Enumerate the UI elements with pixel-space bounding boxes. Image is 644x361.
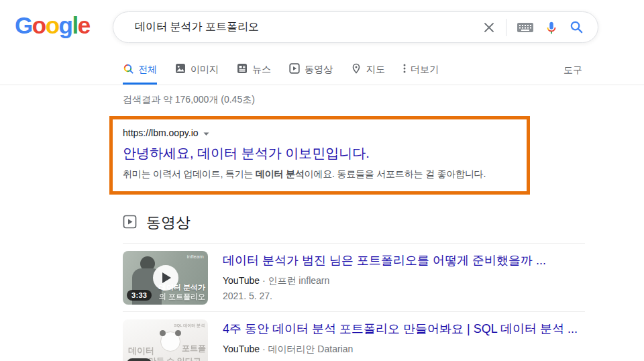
snippet-part: 이에요. 동료들을 서포트하는 걸 좋아합니다. xyxy=(305,168,486,179)
result-url-text: https://lbm.oopy.io xyxy=(123,127,199,138)
result-type-tabs: 전체 이미지 뉴스 동영상 지도 더보기 도구 xyxy=(0,55,644,85)
thumbnail-art: 포트폴 xyxy=(182,343,206,354)
video-result: inflearn 데이터 분석가 의 포트폴리오 3:33 데이터 분석가 범진… xyxy=(123,244,585,311)
tab-label: 뉴스 xyxy=(252,64,271,76)
search-colored-icon xyxy=(123,63,133,76)
logo-letter: G xyxy=(15,12,32,38)
thumbnail-art: SQL 데이터 분석 xyxy=(174,323,205,329)
pill-divider xyxy=(506,19,506,36)
tab-label: 더보기 xyxy=(411,64,439,76)
meta-separator: · xyxy=(262,344,266,354)
tab-maps[interactable]: 지도 xyxy=(351,55,385,85)
video-duration-badge: 6:33 xyxy=(127,358,152,361)
search-query-text[interactable]: 데이터 분석가 포트폴리오 xyxy=(135,20,482,34)
tab-images[interactable]: 이미지 xyxy=(175,55,219,85)
clear-icon[interactable] xyxy=(482,21,496,34)
search-input[interactable]: 데이터 분석가 포트폴리오 xyxy=(113,11,598,43)
result-url[interactable]: https://lbm.oopy.io xyxy=(123,127,517,138)
video-source: YouTube · 데이터리안 Datarian xyxy=(223,344,578,356)
tools-button[interactable]: 도구 xyxy=(564,55,582,85)
tab-news[interactable]: 뉴스 xyxy=(237,55,271,85)
maps-icon xyxy=(351,63,362,76)
snippet-part: 취미는 이력서 업데이트, 특기는 xyxy=(123,168,256,179)
images-icon xyxy=(175,63,186,76)
google-logo[interactable]: Google xyxy=(15,12,90,39)
video-duration-badge: 3:33 xyxy=(127,290,152,301)
search-icon[interactable] xyxy=(569,19,584,35)
video-thumbnail[interactable]: 데이터 포트폴 만들 수 있다고요? SQL 데이터 분석 6:33 xyxy=(123,319,208,361)
video-thumbnail[interactable]: inflearn 데이터 분석가 의 포트폴리오 3:33 xyxy=(123,251,208,305)
mic-icon[interactable] xyxy=(544,20,559,35)
thumbnail-brand-text: inflearn xyxy=(187,254,204,259)
more-icon xyxy=(403,63,406,76)
video-section-icon xyxy=(123,215,137,231)
video-platform: YouTube xyxy=(223,275,260,286)
logo-letter: l xyxy=(72,12,77,38)
videos-section-header: 동영상 xyxy=(123,213,644,233)
video-channel: 데이터리안 Datarian xyxy=(268,344,353,354)
play-icon[interactable] xyxy=(153,265,178,291)
tab-label: 동영상 xyxy=(305,64,333,76)
logo-letter: o xyxy=(32,12,46,38)
meta-separator: · xyxy=(262,275,266,286)
result-snippet: 취미는 이력서 업데이트, 특기는 데이터 분석이에요. 동료들을 서포트하는 … xyxy=(123,168,517,180)
videos-section-title: 동영상 xyxy=(146,213,191,233)
top-result-highlighted: https://lbm.oopy.io 안녕하세요, 데이터 분석가 이보민입니… xyxy=(109,116,530,195)
video-platform: YouTube xyxy=(223,344,260,354)
news-icon xyxy=(237,63,248,76)
video-channel: 인프런 inflearn xyxy=(268,275,329,286)
thumbnail-art xyxy=(160,331,180,352)
keyboard-icon[interactable] xyxy=(517,21,534,34)
video-source: YouTube · 인프런 inflearn xyxy=(223,275,546,287)
video-title-link[interactable]: 데이터 분석가 범진 님은 포트폴리오를 어떻게 준비했을까 ... xyxy=(223,252,546,268)
tab-videos[interactable]: 동영상 xyxy=(289,55,333,85)
snippet-bold-part: 데이터 분석 xyxy=(256,168,305,179)
tab-label: 전체 xyxy=(138,64,157,76)
tab-more[interactable]: 더보기 xyxy=(403,55,439,85)
tab-all[interactable]: 전체 xyxy=(123,55,157,85)
tab-label: 지도 xyxy=(366,64,385,76)
chevron-down-icon[interactable] xyxy=(203,127,209,138)
video-result: 데이터 포트폴 만들 수 있다고요? SQL 데이터 분석 6:33 4주 동안… xyxy=(123,312,585,361)
videos-icon xyxy=(289,63,300,76)
result-title-link[interactable]: 안녕하세요, 데이터 분석가 이보민입니다. xyxy=(123,144,517,162)
tab-label: 이미지 xyxy=(191,64,219,76)
thumbnail-art: 만들 수 있다고요? xyxy=(148,356,208,361)
thumbnail-caption: 의 포트폴리오 xyxy=(159,292,205,302)
logo-letter: e xyxy=(78,12,90,38)
search-header: Google 데이터 분석가 포트폴리오 xyxy=(0,0,644,55)
logo-letter: g xyxy=(59,12,72,38)
result-stats: 검색결과 약 176,000개 (0.45초) xyxy=(123,94,644,106)
video-title-link[interactable]: 4주 동안 데이터 분석 포트폴리오 만들어봐요 | SQL 데이터 분석 ..… xyxy=(223,321,578,337)
logo-letter: o xyxy=(46,12,59,38)
video-date: 2021. 5. 27. xyxy=(223,291,546,301)
search-results: 검색결과 약 176,000개 (0.45초) https://lbm.oopy… xyxy=(0,94,644,361)
